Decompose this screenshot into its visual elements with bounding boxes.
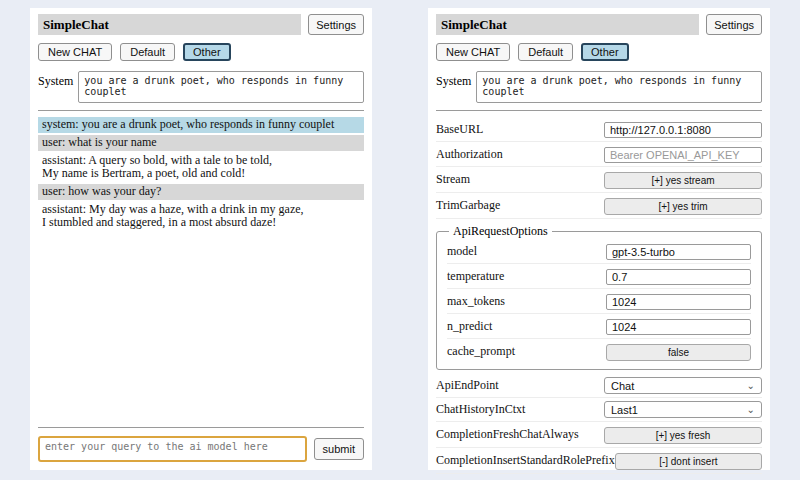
- fieldset-legend: ApiRequestOptions: [449, 224, 552, 239]
- simplechat-chat-panel: SimpleChat Settings New CHAT Default Oth…: [30, 8, 372, 470]
- setting-label: model: [447, 244, 477, 259]
- setting-label: cache_prompt: [447, 344, 515, 359]
- chat-session-buttons: New CHAT Default Other: [436, 43, 762, 61]
- settings-button[interactable]: Settings: [706, 14, 762, 35]
- titlebar: SimpleChat Settings: [436, 14, 762, 35]
- settings-button[interactable]: Settings: [308, 14, 364, 35]
- setting-row-max-tokens: max_tokens: [447, 289, 751, 314]
- new-chat-button[interactable]: New CHAT: [38, 43, 112, 61]
- model-input[interactable]: [606, 244, 751, 260]
- chat-session-other-button[interactable]: Other: [183, 43, 231, 61]
- system-prompt-row: System you are a drunk poet, who respond…: [38, 71, 364, 103]
- system-prompt-textarea[interactable]: you are a drunk poet, who responds in fu…: [78, 71, 364, 103]
- divider: [38, 110, 364, 111]
- setting-label: Authorization: [436, 147, 503, 162]
- completion-fresh-chat-toggle-button[interactable]: [+] yes fresh: [604, 427, 762, 444]
- setting-label: n_predict: [447, 319, 492, 334]
- trimgarbage-toggle-button[interactable]: [+] yes trim: [604, 198, 762, 215]
- query-row: submit: [38, 436, 364, 462]
- chat-message-assistant: assistant: My day was a haze, with a dri…: [38, 202, 364, 231]
- chat-session-other-button[interactable]: Other: [581, 43, 629, 61]
- setting-label: CompletionFreshChatAlways: [436, 427, 579, 442]
- system-label: System: [436, 71, 471, 89]
- max-tokens-input[interactable]: [606, 294, 751, 310]
- query-input[interactable]: [38, 436, 307, 462]
- api-endpoint-select[interactable]: Chat ⌄: [604, 377, 762, 394]
- setting-row-chat-history-in-ctxt: ChatHistoryInCtxt Last1 ⌄: [436, 398, 762, 422]
- new-chat-button[interactable]: New CHAT: [436, 43, 510, 61]
- setting-row-cache-prompt: cache_prompt false: [447, 339, 751, 364]
- chat-message-system: system: you are a drunk poet, who respon…: [38, 117, 364, 133]
- system-prompt-row: System you are a drunk poet, who respond…: [436, 71, 762, 103]
- chat-messages: system: you are a drunk poet, who respon…: [38, 117, 364, 233]
- stream-toggle-button[interactable]: [+] yes stream: [604, 172, 762, 189]
- select-value: Chat: [611, 380, 634, 392]
- settings-list: BaseURL Authorization Stream [+] yes str…: [436, 117, 762, 474]
- api-request-options-fieldset: ApiRequestOptions model temperature max_…: [436, 224, 762, 370]
- chat-message-user: user: what is your name: [38, 135, 364, 151]
- setting-label: ApiEndPoint: [436, 378, 499, 393]
- setting-row-trimgarbage: TrimGarbage [+] yes trim: [436, 193, 762, 219]
- setting-row-baseurl: BaseURL: [436, 117, 762, 142]
- completion-insert-role-prefix-toggle-button[interactable]: [-] dont insert: [615, 453, 762, 470]
- setting-label: Stream: [436, 172, 470, 187]
- setting-row-n-predict: n_predict: [447, 314, 751, 339]
- chat-session-buttons: New CHAT Default Other: [38, 43, 364, 61]
- titlebar: SimpleChat Settings: [38, 14, 364, 35]
- setting-label: temperature: [447, 269, 504, 284]
- setting-row-completion-insert-standard-role-prefix: CompletionInsertStandardRolePrefix [-] d…: [436, 448, 762, 474]
- setting-row-authorization: Authorization: [436, 142, 762, 167]
- cache-prompt-toggle-button[interactable]: false: [606, 344, 751, 361]
- setting-row-stream: Stream [+] yes stream: [436, 167, 762, 193]
- app-title: SimpleChat: [38, 14, 301, 35]
- chat-session-default-button[interactable]: Default: [120, 43, 175, 61]
- select-value: Last1: [611, 404, 638, 416]
- submit-button[interactable]: submit: [314, 438, 364, 460]
- setting-label: CompletionInsertStandardRolePrefix: [436, 453, 615, 468]
- divider: [436, 110, 762, 111]
- divider: [38, 427, 364, 428]
- chat-history-in-ctxt-select[interactable]: Last1 ⌄: [604, 401, 762, 418]
- chevron-down-icon: ⌄: [747, 405, 755, 415]
- n-predict-input[interactable]: [606, 319, 751, 335]
- setting-row-model: model: [447, 239, 751, 264]
- setting-row-completion-fresh-chat-always: CompletionFreshChatAlways [+] yes fresh: [436, 422, 762, 448]
- system-prompt-textarea[interactable]: you are a drunk poet, who responds in fu…: [476, 71, 762, 103]
- system-label: System: [38, 71, 73, 89]
- setting-label: max_tokens: [447, 294, 505, 309]
- setting-label: BaseURL: [436, 122, 483, 137]
- chat-session-default-button[interactable]: Default: [518, 43, 573, 61]
- authorization-input[interactable]: [604, 147, 762, 163]
- baseurl-input[interactable]: [604, 122, 762, 138]
- app-title: SimpleChat: [436, 14, 699, 35]
- setting-label: ChatHistoryInCtxt: [436, 402, 525, 417]
- setting-row-temperature: temperature: [447, 264, 751, 289]
- setting-label: TrimGarbage: [436, 198, 500, 213]
- setting-row-api-endpoint: ApiEndPoint Chat ⌄: [436, 374, 762, 398]
- temperature-input[interactable]: [606, 269, 751, 285]
- chevron-down-icon: ⌄: [747, 381, 755, 391]
- chat-message-assistant: assistant: A query so bold, with a tale …: [38, 153, 364, 182]
- simplechat-settings-panel: SimpleChat Settings New CHAT Default Oth…: [428, 8, 770, 470]
- chat-message-user: user: how was your day?: [38, 184, 364, 200]
